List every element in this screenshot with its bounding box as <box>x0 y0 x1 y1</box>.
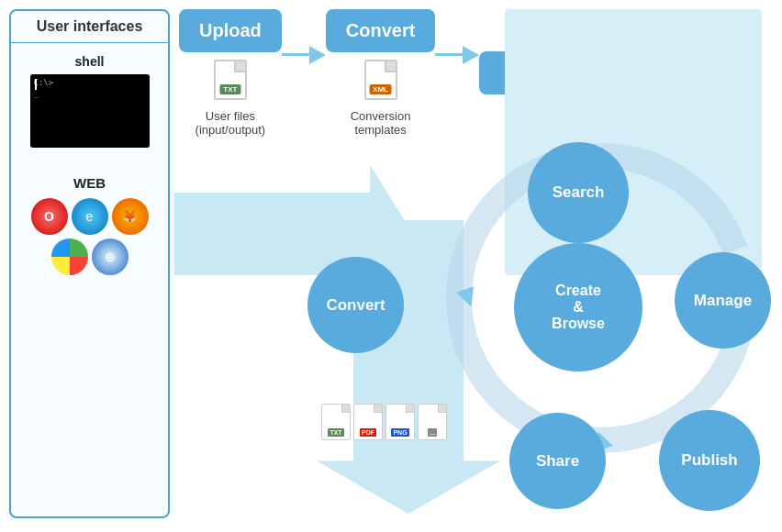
conversion-templates-label: Conversiontemplates <box>351 109 411 137</box>
other-small-file: ... <box>418 404 447 440</box>
convert-file-icons: XML <box>363 58 399 102</box>
xml-file-icon: XML <box>364 60 397 100</box>
shell-screen-content: C:\> _ <box>30 74 150 103</box>
shell-label: shell <box>11 54 168 69</box>
xml-badge: XML <box>369 84 392 94</box>
upload-section: Upload TXT User files(input/output) <box>179 9 282 137</box>
chrome-icon <box>51 238 88 275</box>
search-circle: Search <box>528 142 629 243</box>
publish-circle: Publish <box>659 410 760 511</box>
shell-screen: C:\> _ <box>30 74 150 148</box>
opera-icon: O <box>31 198 68 235</box>
upload-file-icons: TXT <box>212 58 249 102</box>
txt-badge: TXT <box>219 84 240 94</box>
web-label: WEB <box>11 175 168 191</box>
main-area: Upload TXT User files(input/output) Conv… <box>179 9 771 518</box>
arrow2 <box>435 46 479 64</box>
pdf-small-file: PDF <box>353 404 383 440</box>
create-browse-circle: Create & Browse <box>514 243 642 371</box>
manage-circle: Manage <box>675 252 771 349</box>
txt-small-file: TXT <box>321 404 351 440</box>
left-panel-title: User interfaces <box>11 11 168 43</box>
ie-icon: e <box>72 198 108 235</box>
bottom-file-icons: TXT PDF PNG ... <box>321 404 447 440</box>
txt-file-icon: TXT <box>214 60 247 100</box>
share-circle: Share <box>509 413 606 509</box>
firefox-icon: 🦊 <box>112 198 149 235</box>
left-panel: User interfaces shell C:\> _ WEB O e 🦊 ⊕ <box>9 9 170 518</box>
arrow-line1 <box>282 53 309 56</box>
browser-icons: O e 🦊 ⊕ <box>11 198 168 275</box>
user-files-label: User files(input/output) <box>196 109 266 137</box>
arrow-head1 <box>309 46 326 64</box>
convert-box: Convert <box>326 9 436 52</box>
png-small-file: PNG <box>385 404 415 440</box>
safari-icon: ⊕ <box>92 238 128 275</box>
arrow-head2 <box>463 46 479 64</box>
arrow-line2 <box>435 53 463 56</box>
upload-box: Upload <box>179 9 282 52</box>
convert-circle: Convert <box>307 257 404 353</box>
arrow1 <box>282 46 326 64</box>
convert-section: Convert XML Conversiontemplates <box>326 9 436 137</box>
